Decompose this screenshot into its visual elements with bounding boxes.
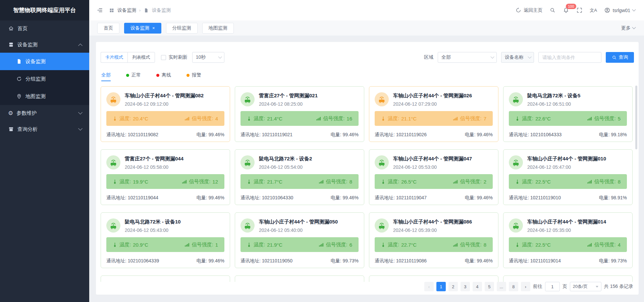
gateway-device-icon: [240, 218, 255, 233]
signal-value: 2: [484, 179, 486, 185]
device-report-time: 2024-06-12 05:58:00: [125, 164, 183, 170]
temperature-value: 22.5°C: [535, 179, 551, 185]
page-button[interactable]: 8: [509, 282, 518, 291]
notifications-button[interactable]: 100: [563, 7, 569, 13]
device-card[interactable]: 雷富庄27个 - 管网测漏021 2024-06-12 08:25:00 温度:…: [235, 86, 364, 142]
scrollbar-thumb[interactable]: [635, 86, 637, 149]
user-menu[interactable]: tsrlgw01: [604, 7, 635, 13]
sidebar-item-label: 查询分析: [17, 126, 38, 133]
temperature-value: 26.5°C: [401, 179, 417, 185]
breadcrumb: 设备监测 › 设备监测: [109, 7, 171, 13]
sidebar-subitem-group-monitor[interactable]: 分组监测: [0, 70, 89, 88]
status-tab-normal[interactable]: 正常: [126, 72, 141, 78]
tab-device-monitor[interactable]: 设备监测 ×: [124, 23, 161, 34]
sidebar-subitem-device-monitor[interactable]: 设备监测: [0, 53, 89, 70]
device-card[interactable]: 车轴山小庄子村44个 - 管网测漏082 2024-06-12 09:12:00…: [101, 86, 230, 142]
device-report-time: 2024-06-12 09:12:00: [125, 101, 204, 107]
next-page-button[interactable]: ›: [521, 282, 530, 291]
device-card[interactable]: 车轴山小庄子村44个 - 管网测漏086 2024-06-12 05:39:00…: [369, 212, 498, 268]
return-home-button[interactable]: 返回主页: [515, 7, 542, 13]
comm-address: 通讯地址: 102110119010: [509, 195, 561, 201]
signal-bars-icon: [181, 179, 187, 185]
device-name: 车轴山小庄子村44个 - 管网测漏010: [527, 155, 606, 162]
tab-map-monitor[interactable]: 地图监测: [202, 23, 234, 34]
temperature-value: 21.1°C: [401, 116, 417, 121]
status-tab-alarm[interactable]: 报警: [186, 72, 201, 78]
battery-label: 电量:: [465, 195, 476, 200]
fullscreen-icon[interactable]: [576, 7, 583, 13]
username: tsrlgw01: [613, 8, 630, 13]
device-card[interactable]: 车轴山小庄子村44个 - 管网测漏014 2024-06-12 05:35:00…: [503, 212, 633, 268]
query-button[interactable]: 查询: [606, 52, 634, 63]
sidebar-subitem-map-monitor[interactable]: 地图监测: [0, 88, 89, 105]
thermometer-icon: [112, 179, 118, 185]
search-icon[interactable]: [549, 7, 556, 13]
status-tab-offline[interactable]: 离线: [156, 72, 171, 78]
list-mode-button[interactable]: 列表模式: [127, 52, 155, 63]
page-button[interactable]: 2: [448, 282, 458, 291]
sidebar-item-parameters[interactable]: ⚙ 参数维护: [0, 105, 89, 121]
caret-down-icon: [596, 286, 598, 288]
battery: 电量: 99.46%: [197, 258, 224, 264]
sidebar-item-device-monitor[interactable]: 设备监测: [0, 37, 89, 53]
goto-label: 前往: [533, 284, 542, 290]
goto-page-input[interactable]: [545, 282, 560, 291]
signal-label: 信号强度:: [192, 242, 213, 248]
device-card[interactable]: 车轴山小庄子村44个 - 管网测漏050 2024-06-12 05:40:00…: [235, 212, 364, 268]
card-mode-button[interactable]: 卡片模式: [101, 52, 127, 63]
thermometer-icon: [380, 116, 386, 121]
realtime-refresh-checkbox[interactable]: [161, 55, 166, 60]
card-footer: 通讯地址: 102101064333 电量: 99.18%: [509, 132, 627, 138]
signal-value: 8: [350, 179, 352, 185]
language-icon[interactable]: 文A: [590, 7, 597, 13]
device-card[interactable]: 车轴山小庄子村44个 - 管网测漏010 2024-06-12 05:47:00…: [503, 149, 633, 205]
breadcrumb-item[interactable]: 设备监测: [117, 7, 136, 13]
collapse-sidebar-icon[interactable]: [97, 7, 103, 13]
battery-value: 99.46%: [477, 195, 493, 200]
comm-address-value: 102110119044: [128, 195, 158, 200]
battery-value: 99.46%: [477, 132, 493, 137]
temperature-metric: 温度: 22.5°C: [515, 242, 551, 248]
device-icon: [8, 42, 14, 48]
temperature-label: 温度:: [119, 179, 131, 185]
close-icon[interactable]: ×: [152, 26, 155, 30]
device-card[interactable]: 陡电马北路72米 - 设备2 2024-06-12 05:54:00 温度: 2…: [235, 149, 364, 205]
prev-page-button[interactable]: ‹: [424, 282, 434, 291]
refresh-interval-select[interactable]: 10秒: [192, 52, 224, 63]
device-card[interactable]: 车轴山小庄子村44个 - 管网测漏026 2024-06-12 07:29:00…: [369, 86, 498, 142]
device-card[interactable]: 陡电马北路72米 - 设备5 2024-06-12 06:51:00 温度: 2…: [503, 86, 633, 142]
signal-bars-icon: [452, 179, 458, 185]
device-metrics: 温度: 22.7°C 信号强度: 8: [375, 237, 493, 252]
signal-bars-icon: [316, 116, 321, 121]
device-card[interactable]: 车轴山小庄子村44个 - 管网测漏047 2024-06-12 05:53:00…: [369, 149, 498, 205]
sidebar-item-query-analysis[interactable]: 查询分析: [0, 121, 89, 137]
comm-address-value: 102110119021: [262, 132, 292, 137]
page-ellipsis-button[interactable]: ...: [497, 282, 506, 291]
search-input[interactable]: [538, 52, 601, 63]
page-button[interactable]: 1: [436, 282, 446, 291]
tab-home[interactable]: 首页: [97, 23, 119, 34]
card-footer: 通讯地址: 102110119082 电量: 99.46%: [106, 132, 224, 138]
page-button[interactable]: 4: [473, 282, 482, 291]
signal-metric: 信号强度: 8: [587, 179, 621, 185]
tab-group-monitor[interactable]: 分组监测: [166, 23, 198, 34]
device-card[interactable]: 雷富庄27个 - 管网测漏044 2024-06-12 05:58:00 温度:…: [101, 149, 230, 205]
tabs-more-dropdown[interactable]: 更多: [621, 25, 635, 31]
signal-metric: 信号强度: 8: [452, 242, 486, 248]
chevron-down-icon: [632, 25, 636, 29]
device-report-time: 2024-06-12 05:39:00: [393, 228, 472, 233]
page-button[interactable]: 5: [485, 282, 494, 291]
undo-icon: [515, 7, 522, 13]
search-field-select[interactable]: 设备名称: [501, 52, 534, 63]
region-select[interactable]: 全部: [438, 52, 497, 63]
page-button[interactable]: 3: [461, 282, 470, 291]
chevron-down-icon: [490, 55, 494, 58]
device-card[interactable]: 陡电马北路72米 - 设备10 2024-06-12 05:43:00 温度: …: [101, 212, 230, 268]
comm-address: 通讯地址: 102110119044: [106, 195, 158, 201]
page-size-select[interactable]: 20条/页: [570, 282, 601, 291]
status-tab-all[interactable]: 全部: [101, 72, 111, 78]
signal-metric: 信号强度: 1: [184, 242, 218, 248]
comm-address-value: 102110119082: [128, 132, 158, 137]
sidebar-item-home[interactable]: 首页: [0, 20, 89, 37]
device-name: 车轴山小庄子村44个 - 管网测漏050: [259, 218, 338, 225]
